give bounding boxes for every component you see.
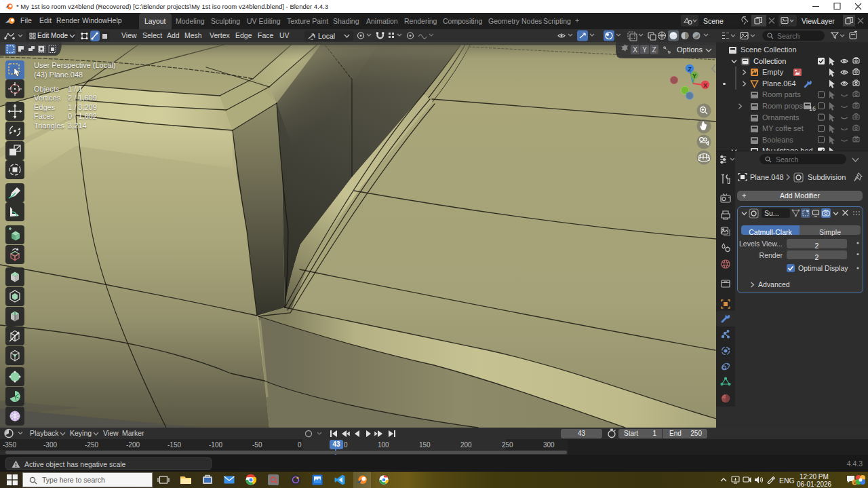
svg-text:ViewLayer: ViewLayer [802,17,835,25]
svg-text:X: X [633,46,637,54]
svg-text:Y: Y [692,73,696,79]
svg-text:Y: Y [642,46,647,54]
svg-text:Z: Z [652,46,656,54]
svg-text:X: X [703,82,707,89]
svg-text:Scene: Scene [703,17,724,25]
svg-text:Z: Z [688,66,691,73]
